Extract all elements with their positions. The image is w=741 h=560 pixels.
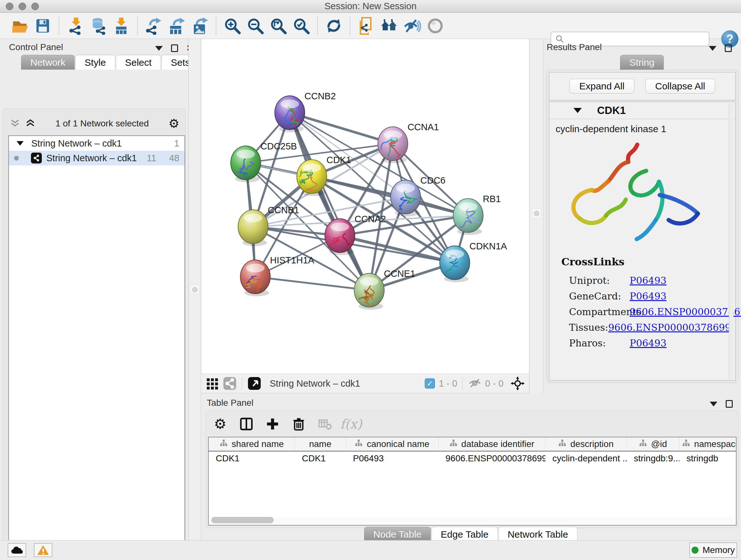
network-list: String Network – cdk1 1 String Network –… [8,135,185,560]
panel-menu-icon[interactable] [710,401,718,407]
tab-select[interactable]: Select [116,55,161,70]
node-CDKN1A[interactable]: CDKN1A [434,241,508,285]
detach-view-icon[interactable] [247,376,261,390]
table-horizontal-scrollbar[interactable] [210,516,735,523]
collapse-all-button[interactable]: Collapse All [645,79,715,94]
open-session-button[interactable] [8,15,31,37]
scrollbar-thumb[interactable] [211,517,274,523]
zoom-in-button[interactable] [221,15,244,37]
right-splitter-handle[interactable] [532,208,541,218]
table-cell[interactable]: stringdb:9... [627,453,679,463]
node-CDK1[interactable]: CDK1 [293,155,351,196]
add-column-icon[interactable] [264,416,281,432]
selected-checkbox-icon[interactable]: ✓ [425,378,435,388]
edge-CCNB2-CCNA1[interactable] [290,113,393,144]
import-network-button[interactable] [64,15,87,37]
column-header-shared-name[interactable]: shared name [209,437,295,451]
crosslink-link[interactable]: 9606.ENSP00000378699 [608,322,731,333]
node-CCNA1[interactable]: CCNA1 [373,122,439,166]
refresh-button[interactable] [322,15,345,37]
panel-float-icon[interactable] [171,44,178,52]
gear-icon[interactable]: ⚙ [212,416,228,432]
zoom-out-button[interactable] [244,15,267,37]
share-view-icon[interactable] [223,376,237,390]
tab-style[interactable]: Style [75,55,115,70]
tab-network-table[interactable]: Network Table [498,527,578,542]
crosslink-link[interactable]: P06493 [630,291,667,302]
table-row[interactable]: CDK1CDK1P064939606.ENSP00000378699cyclin… [209,451,736,465]
table-cell[interactable]: P06493 [346,453,439,463]
crosslink-link[interactable]: 9606.ENSP00000378699 [630,306,741,317]
home-icon [381,17,398,35]
edge-HIST1H1A-CCNE1[interactable] [255,277,369,290]
panel-float-icon[interactable] [726,400,733,408]
eye-slash-button[interactable] [401,15,424,37]
results-panel: Results Panel ✖ String Expand All Collap… [543,39,741,388]
column-header-canonical-name[interactable]: canonical name [346,437,439,451]
entry-name: CDK1 [597,105,626,117]
node-RB1[interactable]: RB1 [453,194,501,235]
node-CCNE1[interactable]: CCNE1 [354,268,415,310]
gear-icon[interactable]: ⚙ [169,118,179,130]
results-scrollbar[interactable] [729,103,733,379]
table-cell[interactable]: cyclin-dependent ... [545,453,627,463]
panel-menu-icon[interactable] [155,46,163,51]
collapse-all-networks-icon[interactable] [10,118,20,130]
export-image-button[interactable] [188,15,211,37]
cdk1-section-header[interactable]: CDK1 [549,102,735,119]
tab-network[interactable]: Network [21,55,75,70]
left-splitter[interactable] [188,39,201,540]
column-header-database-identifier[interactable]: database identifier [439,437,545,451]
network-row[interactable]: String Network – cdk1 11 48 [9,151,185,165]
node-HIST1H1A[interactable]: HIST1H1A [238,255,315,299]
warning-icon [37,545,49,556]
disclosure-triangle-icon[interactable] [17,141,23,145]
tab-edge-table[interactable]: Edge Table [431,527,498,542]
tab-string[interactable]: String [620,55,664,70]
network-selection-summary: 1 of 1 Network selected [36,118,169,129]
hidden-eye-icon[interactable] [468,376,482,390]
crosslink-link[interactable]: P06493 [630,337,667,349]
table-panel: Table Panel ✖ ⚙ f(x) shared namenamecano… [201,393,741,540]
table-cell[interactable]: CDK1 [209,453,295,463]
right-splitter[interactable] [529,39,543,393]
zoom-selected-button[interactable] [290,15,313,37]
disclosure-triangle-icon[interactable] [574,108,582,113]
network-collection-row[interactable]: String Network – cdk1 1 [9,136,185,151]
crosshair-icon[interactable] [511,376,525,390]
memory-button[interactable]: Memory [689,543,737,558]
table-cell[interactable]: stringdb [679,453,737,463]
expand-all-networks-icon[interactable] [25,118,36,130]
grid-view-icon[interactable] [205,376,219,390]
share-document-button[interactable] [355,15,378,37]
column-header-namespace[interactable]: namespace [679,437,737,451]
trash-icon[interactable] [290,416,307,432]
toolbar-separator [317,17,318,35]
table-cell[interactable]: 9606.ENSP00000378699 [439,453,545,463]
split-columns-icon[interactable] [238,416,255,432]
column-header-name[interactable]: name [295,437,346,451]
crosslink-link[interactable]: P06493 [630,275,667,286]
cloud-button[interactable] [8,543,26,557]
network-canvas[interactable]: CCNB2CCNA1CDC25BCDK1CDC6RB1CCNB1CCNA2CDK… [201,39,529,374]
expand-all-button[interactable]: Expand All [569,79,634,94]
export-network-button[interactable] [142,15,165,37]
zoom-fit-button[interactable] [267,15,290,37]
left-splitter-handle[interactable] [190,285,199,294]
home-button[interactable] [378,15,401,37]
string-network-graph[interactable]: CCNB2CCNA1CDC25BCDK1CDC6RB1CCNB1CCNA2CDK… [201,39,529,374]
gray-eye-button[interactable] [424,15,447,37]
export-table-button[interactable] [165,15,188,37]
node-CDC25B[interactable]: CDC25B [231,141,297,185]
warning-button[interactable] [34,543,52,557]
panel-menu-icon[interactable] [709,46,717,51]
panel-float-icon[interactable] [725,44,732,52]
table-cell[interactable]: CDK1 [295,453,346,463]
column-header-description[interactable]: description [545,437,627,451]
tab-node-table[interactable]: Node Table [364,527,431,542]
column-header-@id[interactable]: @id [627,437,679,451]
save-session-button[interactable] [31,15,54,37]
import-database-button[interactable] [87,15,110,37]
import-table-button[interactable] [110,15,133,37]
node-CCNB2[interactable]: CCNB2 [275,91,336,136]
